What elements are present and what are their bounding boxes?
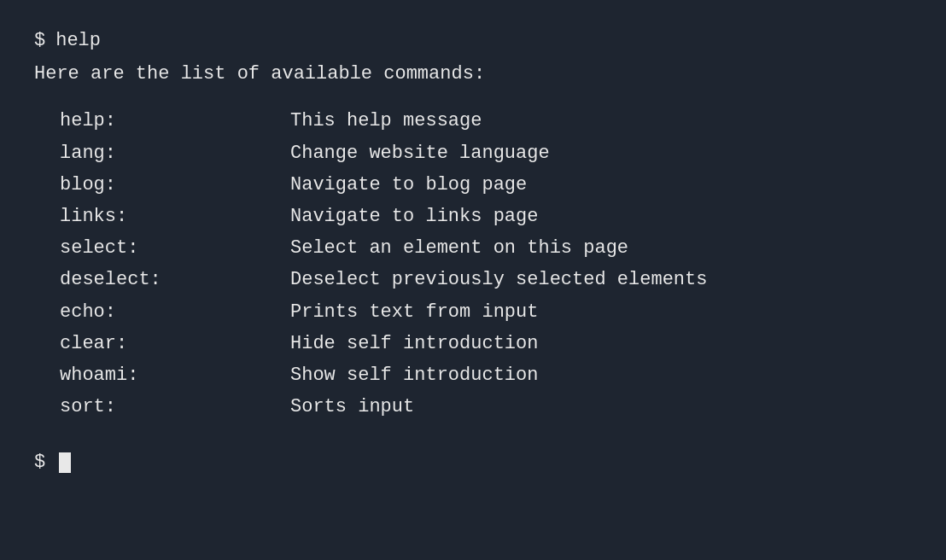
command-name: select: [60,233,290,263]
command-description: Navigate to links page [290,201,538,231]
command-description: This help message [290,106,482,136]
command-description: Show self introduction [290,360,538,390]
command-row: links:Navigate to links page [60,201,912,231]
command-name: clear: [60,329,290,359]
command-prompt-line: $ help [34,26,912,55]
bottom-prompt-symbol: $ [34,447,45,477]
command-name: whoami: [60,360,290,390]
command-name: echo: [60,297,290,327]
cursor [59,452,71,473]
command-description: Navigate to blog page [290,170,527,200]
header-line: Here are the list of available commands: [34,59,912,89]
command-row: whoami:Show self introduction [60,360,912,390]
prompt-symbol: $ [34,26,45,55]
command-name: deselect: [60,265,290,295]
command-row: deselect:Deselect previously selected el… [60,265,912,295]
command-name: sort: [60,392,290,422]
command-row: clear:Hide self introduction [60,329,912,359]
command-description: Sorts input [290,392,414,422]
command-description: Hide self introduction [290,329,538,359]
command-description: Change website language [290,138,550,168]
command-text: help [55,26,101,55]
command-name: blog: [60,170,290,200]
command-name: help: [60,106,290,136]
command-description: Deselect previously selected elements [290,265,707,295]
command-name: lang: [60,138,290,168]
command-row: echo:Prints text from input [60,297,912,327]
terminal: $ help Here are the list of available co… [0,0,946,560]
command-row: lang:Change website language [60,138,912,168]
command-description: Select an element on this page [290,233,628,263]
command-row: select:Select an element on this page [60,233,912,263]
commands-table: help:This help messagelang:Change websit… [60,106,912,422]
command-row: help:This help message [60,106,912,136]
command-row: sort:Sorts input [60,392,912,422]
command-description: Prints text from input [290,297,538,327]
command-name: links: [60,201,290,231]
bottom-prompt-line[interactable]: $ [34,447,912,477]
command-row: blog:Navigate to blog page [60,170,912,200]
